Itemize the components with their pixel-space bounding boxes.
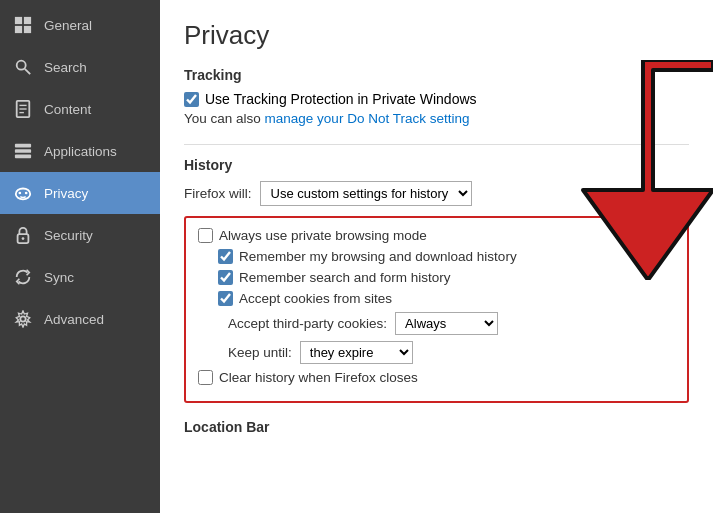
svg-point-14 bbox=[19, 192, 22, 195]
sidebar-label-applications: Applications bbox=[44, 144, 117, 159]
svg-rect-1 bbox=[24, 17, 31, 24]
sidebar-item-security[interactable]: Security bbox=[0, 214, 160, 256]
remember-browsing-checkbox[interactable] bbox=[218, 249, 233, 264]
firefox-will-row: Firefox will: Use custom settings for hi… bbox=[184, 181, 689, 206]
history-heading: History bbox=[184, 157, 689, 173]
list-icon bbox=[12, 140, 34, 162]
sidebar-item-general[interactable]: General bbox=[0, 4, 160, 46]
keep-until-select[interactable]: they expire I close Firefox I ask bbox=[300, 341, 413, 364]
location-bar-section: Location Bar bbox=[184, 419, 689, 435]
history-section: History Firefox will: Use custom setting… bbox=[184, 157, 689, 403]
sidebar-label-content: Content bbox=[44, 102, 91, 117]
sidebar-item-privacy[interactable]: Privacy bbox=[0, 172, 160, 214]
svg-point-18 bbox=[20, 316, 25, 321]
remember-search-label: Remember search and form history bbox=[239, 270, 451, 285]
svg-rect-11 bbox=[15, 149, 31, 153]
tracking-checkbox-row: Use Tracking Protection in Private Windo… bbox=[184, 91, 689, 107]
accept-cookies-label: Accept cookies from sites bbox=[239, 291, 392, 306]
always-private-row: Always use private browsing mode bbox=[198, 228, 675, 243]
sidebar-item-sync[interactable]: Sync bbox=[0, 256, 160, 298]
accept-cookies-row: Accept cookies from sites bbox=[218, 291, 675, 306]
keep-until-row: Keep until: they expire I close Firefox … bbox=[228, 341, 675, 364]
clear-history-checkbox[interactable] bbox=[198, 370, 213, 385]
history-select[interactable]: Use custom settings for history bbox=[260, 181, 472, 206]
always-private-label: Always use private browsing mode bbox=[219, 228, 427, 243]
sidebar-label-sync: Sync bbox=[44, 270, 74, 285]
tracking-heading: Tracking bbox=[184, 67, 689, 83]
page-title: Privacy bbox=[184, 20, 689, 51]
tracking-checkbox-label: Use Tracking Protection in Private Windo… bbox=[205, 91, 477, 107]
tracking-section: Tracking Use Tracking Protection in Priv… bbox=[184, 67, 689, 126]
sidebar-label-privacy: Privacy bbox=[44, 186, 88, 201]
svg-rect-2 bbox=[15, 26, 22, 33]
search-icon bbox=[12, 56, 34, 78]
svg-point-15 bbox=[25, 192, 28, 195]
mask-icon bbox=[12, 182, 34, 204]
do-not-track-row: You can also manage your Do Not Track se… bbox=[184, 111, 689, 126]
tracking-checkbox[interactable] bbox=[184, 92, 199, 107]
sidebar-label-general: General bbox=[44, 18, 92, 33]
remember-browsing-row: Remember my browsing and download histor… bbox=[218, 249, 675, 264]
main-content: Privacy Tracking Use Tracking Protection… bbox=[160, 0, 713, 513]
sidebar-item-search[interactable]: Search bbox=[0, 46, 160, 88]
svg-point-17 bbox=[22, 237, 25, 240]
do-not-track-prefix: You can also bbox=[184, 111, 265, 126]
sidebar-label-advanced: Advanced bbox=[44, 312, 104, 327]
sidebar: General Search Content Applications Priv… bbox=[0, 0, 160, 513]
svg-rect-3 bbox=[24, 26, 31, 33]
svg-rect-12 bbox=[15, 155, 31, 159]
svg-line-5 bbox=[25, 69, 30, 74]
firefox-will-label: Firefox will: bbox=[184, 186, 252, 201]
svg-rect-0 bbox=[15, 17, 22, 24]
clear-history-label: Clear history when Firefox closes bbox=[219, 370, 418, 385]
grid-icon bbox=[12, 14, 34, 36]
location-bar-heading: Location Bar bbox=[184, 419, 689, 435]
sidebar-item-advanced[interactable]: Advanced bbox=[0, 298, 160, 340]
cog-icon bbox=[12, 308, 34, 330]
sidebar-item-content[interactable]: Content bbox=[0, 88, 160, 130]
lock-icon bbox=[12, 224, 34, 246]
third-party-label: Accept third-party cookies: bbox=[228, 316, 387, 331]
remember-search-checkbox[interactable] bbox=[218, 270, 233, 285]
accept-cookies-checkbox[interactable] bbox=[218, 291, 233, 306]
remember-browsing-label: Remember my browsing and download histor… bbox=[239, 249, 517, 264]
file-icon bbox=[12, 98, 34, 120]
clear-history-row: Clear history when Firefox closes bbox=[198, 370, 675, 385]
always-private-checkbox[interactable] bbox=[198, 228, 213, 243]
svg-rect-10 bbox=[15, 144, 31, 148]
third-party-select[interactable]: Always Never From visited bbox=[395, 312, 498, 335]
third-party-cookies-row: Accept third-party cookies: Always Never… bbox=[228, 312, 675, 335]
do-not-track-link[interactable]: manage your Do Not Track setting bbox=[265, 111, 470, 126]
sidebar-item-applications[interactable]: Applications bbox=[0, 130, 160, 172]
remember-search-row: Remember search and form history bbox=[218, 270, 675, 285]
sidebar-label-search: Search bbox=[44, 60, 87, 75]
sidebar-label-security: Security bbox=[44, 228, 93, 243]
sync-icon bbox=[12, 266, 34, 288]
keep-until-label: Keep until: bbox=[228, 345, 292, 360]
history-options-box: Always use private browsing mode Remembe… bbox=[184, 216, 689, 403]
section-divider-1 bbox=[184, 144, 689, 145]
svg-point-4 bbox=[17, 61, 26, 70]
